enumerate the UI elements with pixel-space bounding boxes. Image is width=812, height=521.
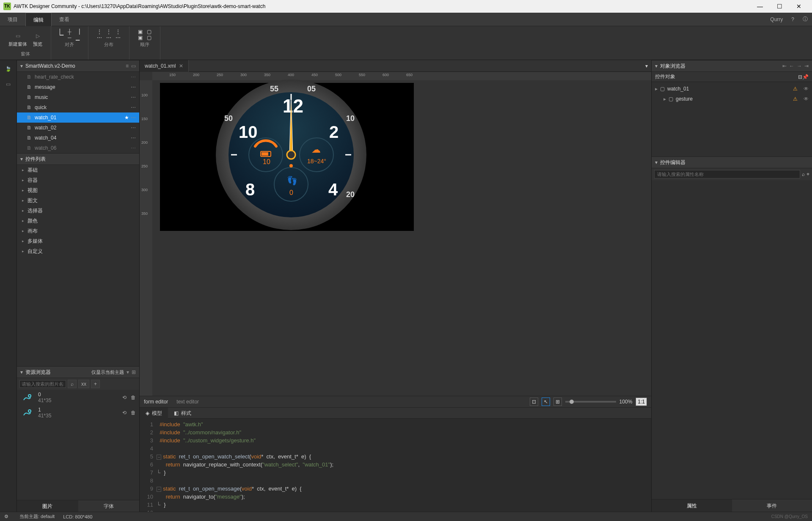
align-top-icon[interactable]: ▔ — [60, 35, 63, 41]
zoom-ratio-button[interactable]: 1:1 — [636, 398, 647, 406]
file-more-icon[interactable]: ⋯ — [131, 74, 136, 80]
distribute-h3-icon[interactable]: ⋮ — [116, 29, 121, 35]
widget-category[interactable]: ▸多媒体 — [17, 236, 139, 246]
widget-panel-header[interactable]: ▾ 控件列表 — [17, 153, 139, 165]
resource-search-icon[interactable]: ⌕ — [68, 380, 77, 388]
file-item[interactable]: 🗎heart_rate_check⋯ — [17, 72, 139, 82]
minimize-button[interactable]: — — [750, 0, 770, 13]
zoom-slider[interactable] — [565, 401, 616, 403]
resource-grid-icon[interactable]: ⊞ — [132, 369, 136, 375]
rail-leaf-icon[interactable]: 🍃 — [4, 64, 13, 74]
editor-tab[interactable]: watch_01.xml ✕ — [140, 60, 189, 72]
obj-pin-icon[interactable]: 📌 — [802, 74, 809, 80]
zoom-fit-icon[interactable]: ⊡ — [530, 398, 538, 406]
file-item[interactable]: 🗎message⋯ — [17, 82, 139, 92]
resource-item[interactable]: 041*35⟲🗑 — [17, 390, 139, 405]
file-item[interactable]: 🗎watch_02⋯ — [17, 123, 139, 133]
zoom-pointer-icon[interactable]: ↖ — [542, 398, 550, 406]
property-search-input[interactable] — [654, 170, 800, 178]
order-front-icon[interactable]: ▣ — [138, 29, 143, 35]
code-editor[interactable]: 123456789101112 #include "awtk.h" #inclu… — [140, 419, 651, 512]
menu-project[interactable]: 项目 — [0, 13, 25, 26]
canvas-area[interactable]: 150200250300350400450500550600650 100150… — [140, 72, 651, 396]
align-bottom-icon[interactable]: ▁ — [76, 35, 80, 41]
align-left-icon[interactable]: ▏ — [60, 29, 63, 35]
code-tab-model[interactable]: ◈模型 — [140, 408, 168, 419]
file-more-icon[interactable]: ⋯ — [131, 125, 136, 131]
resource-refresh-icon[interactable]: ⟲ — [122, 410, 127, 416]
widget-category[interactable]: ▸自定义 — [17, 246, 139, 256]
obj-nav-first-icon[interactable]: ⇤ — [782, 63, 787, 69]
menu-edit[interactable]: 编辑 — [25, 13, 52, 26]
align-right-icon[interactable]: ▕ — [76, 29, 80, 35]
close-button[interactable]: ✕ — [789, 0, 809, 13]
obj-nav-last-icon[interactable]: ⇥ — [804, 63, 809, 69]
project-more-icon[interactable]: ▭ — [131, 63, 136, 69]
resource-tab-image[interactable]: 图片 — [17, 500, 78, 512]
code-tab-style[interactable]: ◧样式 — [168, 408, 197, 419]
tree-node[interactable]: ▸▢watch_01⚠👁 — [652, 84, 812, 94]
distribute-v3-icon[interactable]: ⋯ — [116, 35, 121, 41]
preview-icon[interactable]: ▷ — [33, 32, 42, 40]
rail-pin-icon[interactable]: ▭ — [4, 80, 13, 89]
file-more-icon[interactable]: ⋯ — [131, 145, 136, 151]
order-backward-icon[interactable]: ▢ — [147, 35, 151, 41]
file-item[interactable]: 🗎watch_06⋯ — [17, 143, 139, 153]
widget-category[interactable]: ▸颜色 — [17, 216, 139, 226]
file-item[interactable]: 🗎quick⋯ — [17, 102, 139, 112]
align-middle-icon[interactable]: ─ — [68, 35, 72, 41]
resource-delete-icon[interactable]: 🗑 — [131, 410, 136, 416]
menu-view[interactable]: 查看 — [52, 13, 77, 26]
distribute-h1-icon[interactable]: ⋮ — [97, 29, 102, 35]
widget-category[interactable]: ▸画布 — [17, 226, 139, 236]
text-editor-tab[interactable]: text editor — [176, 399, 199, 405]
form-editor-tab[interactable]: form editor — [144, 399, 168, 405]
file-item[interactable]: 🗎watch_01★⋯ — [17, 112, 139, 123]
user-label[interactable]: Qurry — [766, 16, 787, 22]
distribute-h2-icon[interactable]: ⋮ — [106, 29, 111, 35]
obj-nav-next-icon[interactable]: → — [797, 63, 802, 69]
property-tab-attr[interactable]: 属性 — [652, 499, 732, 512]
file-more-icon[interactable]: ⋯ — [131, 135, 136, 141]
order-forward-icon[interactable]: ▣ — [138, 35, 143, 41]
resource-refresh-icon[interactable]: ⟲ — [122, 395, 127, 400]
property-search-icon[interactable]: ⌕ — [802, 171, 805, 177]
settings-icon[interactable]: ⚙ — [4, 514, 11, 519]
object-browser-header[interactable]: ▾ 对象浏览器 ⇤ ← → ⇥ — [652, 60, 812, 72]
tree-node[interactable]: ▸▢gesture⚠👁 — [652, 94, 812, 104]
resource-add-button[interactable]: + — [91, 380, 100, 388]
file-item[interactable]: 🗎music⋯ — [17, 92, 139, 102]
project-panel-header[interactable]: ▾ SmartWatch.v2-Demo ≡ ▭ — [17, 60, 139, 72]
eye-icon[interactable]: 👁 — [804, 86, 809, 92]
file-more-icon[interactable]: ⋯ — [131, 104, 136, 110]
obj-nav-prev-icon[interactable]: ← — [789, 63, 794, 69]
eye-icon[interactable]: 👁 — [804, 96, 809, 102]
widget-category[interactable]: ▸图文 — [17, 195, 139, 206]
resource-filter-dropdown[interactable]: 仅显示当前主题 — [91, 369, 124, 376]
resource-caret-icon[interactable]: ▾ — [127, 369, 129, 375]
new-window-icon[interactable]: ▭ — [14, 32, 22, 40]
widget-category[interactable]: ▸容器 — [17, 175, 139, 185]
property-editor-header[interactable]: ▾ 控件编辑器 — [652, 156, 812, 168]
align-center-icon[interactable]: ┼ — [68, 29, 72, 35]
file-more-icon[interactable]: ⋯ — [131, 84, 136, 90]
file-item[interactable]: 🗎watch_04⋯ — [17, 133, 139, 143]
distribute-v1-icon[interactable]: ⋯ — [97, 35, 102, 41]
file-more-icon[interactable]: ⋯ — [131, 115, 136, 121]
order-back-icon[interactable]: ▢ — [147, 29, 151, 35]
property-add-button[interactable]: + — [806, 171, 809, 177]
info-icon[interactable]: ⓘ — [798, 16, 812, 23]
zoom-grid-icon[interactable]: ⊞ — [553, 398, 562, 406]
widget-category[interactable]: ▸基础 — [17, 165, 139, 175]
property-tab-event[interactable]: 事件 — [732, 499, 812, 512]
resource-tab-font[interactable]: 字体 — [78, 500, 140, 512]
widget-category[interactable]: ▸视图 — [17, 185, 139, 195]
watch-face[interactable]: 55 05 10 20 50 12 2 4 8 10 — [215, 79, 367, 231]
resource-panel-header[interactable]: ▾ 资源浏览器 仅显示当前主题 ▾ ⊞ — [17, 366, 139, 378]
obj-sort-icon[interactable]: ⊟ — [798, 74, 802, 80]
tab-close-icon[interactable]: ✕ — [179, 63, 183, 69]
tab-dropdown-icon[interactable]: ▾ — [642, 63, 651, 69]
distribute-v2-icon[interactable]: ⋯ — [106, 35, 111, 41]
project-menu-icon[interactable]: ≡ — [126, 63, 129, 69]
resource-search-input[interactable] — [19, 380, 66, 388]
